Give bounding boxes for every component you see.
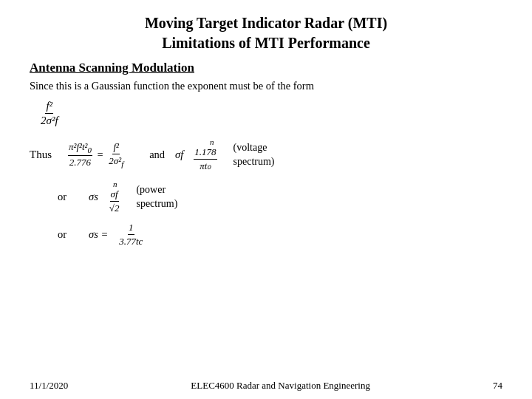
lhs-fraction: π²f²t²0 2.776	[68, 141, 92, 168]
and-fraction-block: n 1.178 πt₀	[194, 137, 216, 172]
sigma-f-symbol: σf	[175, 149, 183, 161]
page: Moving Target Indicator Radar (MTI) Limi…	[0, 0, 532, 399]
sigma-s-eq: σs =	[89, 228, 108, 241]
frac-1-num: 1	[128, 222, 134, 235]
fraction-1-377tc: 1 3.77tc	[118, 222, 143, 248]
title-block: Moving Target Indicator Radar (MTI) Limi…	[30, 13, 502, 53]
left-fraction: f² 2σ²f	[40, 100, 59, 127]
or-label-2: or	[58, 228, 78, 241]
rhs-denominator: 2σ²f	[108, 154, 124, 168]
thus-label: Thus	[30, 149, 58, 161]
or-row-2: or σs = 1 3.77tc	[58, 222, 502, 248]
footer-course: ELEC4600 Radar and Navigation Engineerin…	[191, 380, 370, 392]
left-frac-numerator: f²	[45, 100, 53, 114]
or-label-1: or	[58, 191, 78, 203]
fraction-1178: 1.178 πt₀	[194, 146, 216, 172]
sigma-s-symbol: σs	[89, 191, 98, 203]
title-line2: Limitations of MTI Performance	[30, 33, 502, 53]
footer-page: 74	[493, 380, 502, 392]
frac-1178-num: 1.178	[194, 146, 216, 160]
frac-1178-den: πt₀	[199, 160, 211, 172]
voltage-label: (voltagespectrum)	[233, 141, 275, 168]
superscript-n-1: n	[210, 137, 214, 146]
equation-1: π²f²t²0 2.776 = f² 2σ²f	[68, 141, 124, 168]
sf-sqrt2-num: σf	[110, 188, 119, 202]
and-label: and	[149, 149, 165, 161]
title-line1: Moving Target Indicator Radar (MTI)	[30, 13, 502, 33]
thus-row: Thus π²f²t²0 2.776 = f² 2σ²f and σf n	[30, 137, 502, 172]
footer-date: 11/1/2020	[30, 380, 68, 392]
intro-text: Since this is a Gaussian function the ex…	[30, 80, 502, 92]
lhs-denominator: 2.776	[69, 156, 92, 168]
lhs-numerator: π²f²t²0	[68, 141, 92, 156]
footer: 11/1/2020 ELEC4600 Radar and Navigation …	[0, 380, 532, 392]
superscript-n-2: n	[113, 180, 117, 188]
fraction-sf-sqrt2: σf √2	[109, 188, 120, 214]
power-label: (powerspectrum)	[136, 183, 177, 210]
left-frac-denominator: 2σ²f	[40, 114, 59, 127]
or-row-1: or σs n σf √2 (powerspectrum)	[58, 180, 502, 214]
main-content: Thus π²f²t²0 2.776 = f² 2σ²f and σf n	[30, 137, 502, 248]
rhs-numerator: f²	[112, 141, 120, 154]
section-heading: Antenna Scanning Modulation	[30, 61, 502, 75]
equals-sign: =	[97, 149, 103, 161]
rhs-fraction: f² 2σ²f	[108, 141, 124, 168]
sf-sqrt2-den: √2	[109, 202, 120, 214]
frac-1-den: 3.77tc	[118, 235, 143, 248]
or1-fraction-block: n σf √2	[109, 180, 120, 214]
